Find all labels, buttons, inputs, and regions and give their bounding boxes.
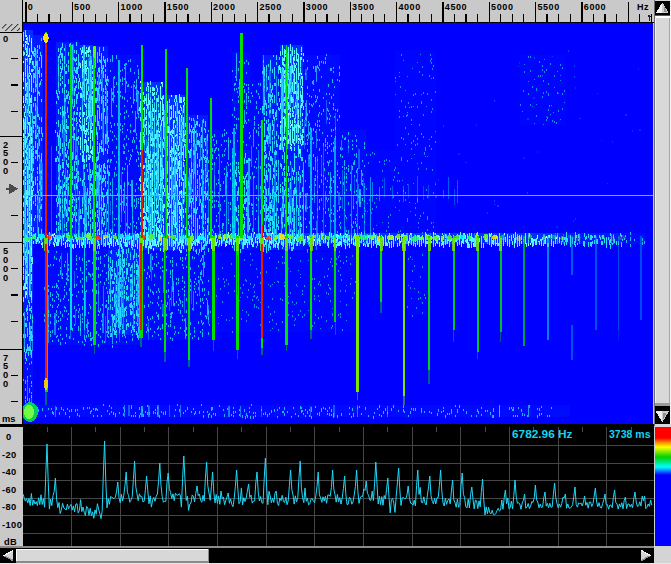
- svg-text:500: 500: [74, 2, 91, 12]
- svg-text:dB: dB: [4, 537, 17, 547]
- svg-text:3000: 3000: [306, 2, 328, 12]
- svg-text:-40: -40: [2, 467, 17, 477]
- svg-text:-100: -100: [2, 520, 22, 530]
- svg-text:0: 0: [3, 166, 8, 176]
- svg-text:-80: -80: [2, 502, 17, 512]
- svg-text:6000: 6000: [584, 2, 606, 12]
- svg-text:5500: 5500: [537, 2, 559, 12]
- svg-text:4000: 4000: [398, 2, 420, 12]
- svg-text:3500: 3500: [352, 2, 374, 12]
- svg-text:1500: 1500: [167, 2, 189, 12]
- svg-text:2500: 2500: [259, 2, 281, 12]
- svg-text:ms: ms: [2, 414, 15, 424]
- svg-text:0: 0: [3, 273, 8, 283]
- svg-text:5000: 5000: [491, 2, 513, 12]
- svg-text:0: 0: [3, 34, 8, 44]
- svg-text:Hz: Hz: [637, 2, 649, 12]
- svg-text:-20: -20: [2, 450, 17, 460]
- svg-text:-60: -60: [2, 485, 17, 495]
- svg-text:6782.96 Hz: 6782.96 Hz: [512, 428, 573, 440]
- svg-text:2000: 2000: [213, 2, 235, 12]
- svg-text:4500: 4500: [445, 2, 467, 12]
- svg-text:0: 0: [6, 432, 12, 442]
- svg-text:3738 ms: 3738 ms: [609, 428, 651, 440]
- svg-text:0: 0: [3, 379, 8, 389]
- svg-text:0: 0: [28, 2, 34, 12]
- svg-text:1000: 1000: [121, 2, 143, 12]
